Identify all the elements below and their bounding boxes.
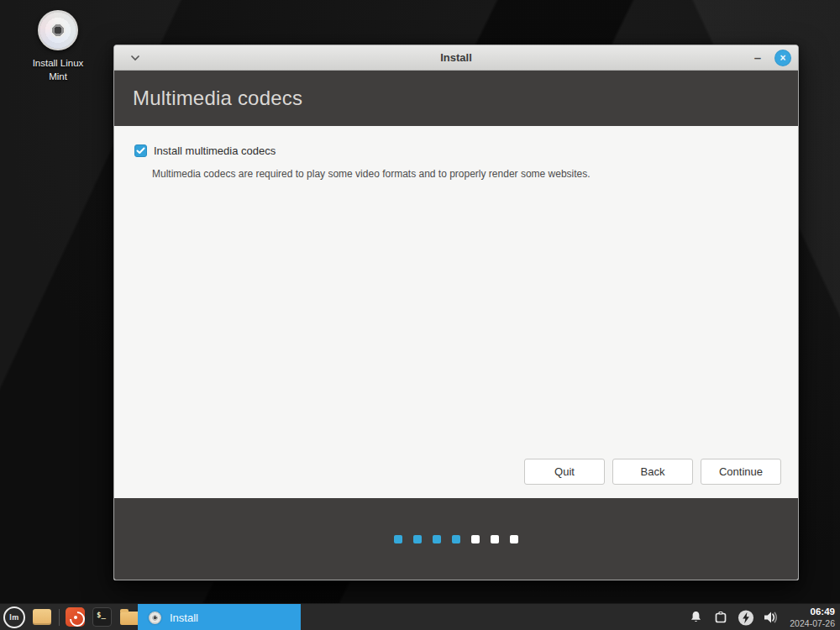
progress-dot-2 xyxy=(413,535,422,543)
clipboard-icon[interactable] xyxy=(712,607,729,627)
close-button[interactable]: × xyxy=(774,50,791,66)
window-titlebar: Install – × xyxy=(114,45,798,71)
cd-disc-icon xyxy=(38,10,78,50)
power-manager-icon[interactable] xyxy=(738,607,754,627)
window-footer xyxy=(114,498,798,580)
progress-dot-4 xyxy=(452,535,460,543)
desktop: Install Linux Mint Install – × Multimedi… xyxy=(0,0,840,603)
window-title: Install xyxy=(114,51,798,64)
install-codecs-row[interactable]: Install multimedia codecs xyxy=(134,144,276,157)
back-button[interactable]: Back xyxy=(612,459,693,485)
desktop-icon-label: Install Linux Mint xyxy=(15,57,101,83)
mint-menu-button[interactable]: lm xyxy=(3,606,25,628)
codecs-description: Multimedia codecs are required to play s… xyxy=(152,168,591,180)
continue-button[interactable]: Continue xyxy=(701,459,781,485)
page-content: Install multimedia codecs Multimedia cod… xyxy=(114,126,798,498)
terminal-prompt-glyph: $_ xyxy=(93,608,106,619)
navigation-buttons: Quit Back Continue xyxy=(524,459,781,485)
terminal-launcher-icon[interactable]: $_ xyxy=(92,607,112,627)
progress-dots xyxy=(394,535,518,543)
install-codecs-checkbox[interactable] xyxy=(134,144,147,157)
firefox-launcher-icon[interactable] xyxy=(66,607,85,627)
taskbar-window-button-label: Install xyxy=(170,612,198,624)
cd-disc-icon-small xyxy=(149,612,161,624)
quit-button[interactable]: Quit xyxy=(524,459,605,485)
installer-window: Install – × Multimedia codecs Install mu… xyxy=(113,45,799,580)
notifications-bell-icon[interactable] xyxy=(687,607,704,627)
taskbar-separator xyxy=(59,609,60,626)
progress-dot-6 xyxy=(491,535,499,543)
desktop-icon-install-linux-mint[interactable]: Install Linux Mint xyxy=(15,10,101,83)
install-codecs-label: Install multimedia codecs xyxy=(154,144,276,157)
progress-dot-7 xyxy=(510,535,518,543)
page-header: Multimedia codecs xyxy=(114,71,798,126)
clock-date: 2024-07-26 xyxy=(790,618,835,628)
page-title: Multimedia codecs xyxy=(133,87,302,110)
system-tray: 06:49 2024-07-26 xyxy=(687,604,835,630)
volume-icon[interactable] xyxy=(763,607,780,627)
file-manager-launcher-icon[interactable] xyxy=(120,612,139,625)
taskbar: lm $_ Install xyxy=(0,603,840,630)
clock-time: 06:49 xyxy=(811,606,835,617)
show-desktop-button[interactable] xyxy=(33,609,51,625)
progress-dot-5 xyxy=(471,535,480,543)
chevron-down-icon[interactable] xyxy=(126,49,144,67)
mint-logo-icon: lm xyxy=(9,613,19,622)
minimize-button[interactable]: – xyxy=(753,54,763,62)
taskbar-window-button-install[interactable]: Install xyxy=(138,604,301,630)
clock[interactable]: 06:49 2024-07-26 xyxy=(790,606,835,627)
progress-dot-1 xyxy=(394,535,402,543)
progress-dot-3 xyxy=(433,535,441,543)
